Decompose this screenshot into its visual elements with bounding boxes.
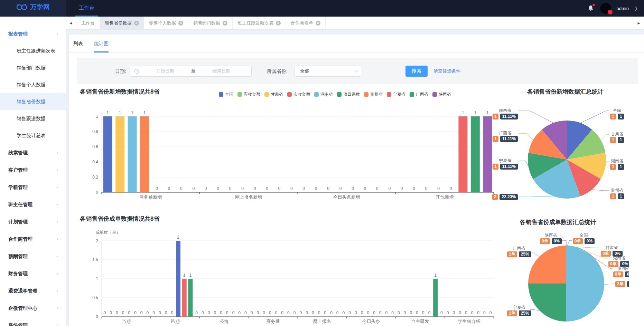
page-tab-0[interactable]: 工作台 [76,17,100,29]
subtab-list[interactable]: 列表 [73,35,83,52]
sidebar-item-5[interactable]: 计划管理› [0,213,66,230]
value-badge: 1 [493,164,498,170]
subtab-chart[interactable]: 统计图 [94,35,109,52]
notification-badge [592,4,595,6]
legend-item-1[interactable]: 应收金额 [237,92,260,97]
legend-swatch [432,92,437,97]
svg-text:2: 2 [96,238,98,243]
notification-bell-icon[interactable] [587,4,595,12]
sidebar-item-4[interactable]: 班主任管理› [0,196,66,213]
value-badge: 1单 [507,310,517,316]
svg-text:成单数（单）: 成单数（单） [95,230,120,235]
legend-item-6[interactable]: 贵州省 [364,92,383,97]
sidebar-subitem-0-4[interactable]: 销售跟进数据 [0,110,66,127]
nav-workbench[interactable]: 工作台 [75,0,98,17]
pie-label-贵州省: 贵州省0单0% [613,266,629,277]
svg-text:1: 1 [131,111,133,115]
svg-text:0: 0 [122,310,124,315]
tabs-scroll-right-icon[interactable]: ▶ [634,17,644,29]
chevron-right-icon: › [57,179,58,196]
page-tab-1[interactable]: 销售省份数据✕ [100,17,144,29]
svg-text:2: 2 [177,235,179,240]
sidebar-subitem-0-1[interactable]: 销售部门数据 [0,59,66,76]
date-range-input[interactable]: 开始日期 至 结束日期 [130,66,252,77]
svg-text:0: 0 [168,186,170,191]
chevron-right-icon: › [57,248,58,265]
date-range-separator: 至 [191,68,196,74]
svg-text:0: 0 [134,310,137,315]
clock-icon [134,69,139,74]
percent-badge: 0% [585,238,595,244]
legend-item-5[interactable]: 项目系数 [337,92,360,97]
view-subtabs: 列表 统计图 [69,35,644,52]
clear-filters-link[interactable]: 清空筛选条件 [433,66,460,77]
svg-text:0: 0 [388,186,391,191]
sidebar-item-7[interactable]: 薪酬管理› [0,248,66,265]
close-icon[interactable]: ✕ [178,21,183,26]
svg-text:0: 0 [140,310,143,315]
legend-swatch [387,92,391,97]
value-badge: 0单 [613,271,623,277]
sidebar-subitem-0-5[interactable]: 学生统计总表 [0,127,66,144]
sidebar-subitem-0-3[interactable]: 销售省份数据 [0,93,66,110]
legend-item-8[interactable]: 广西省 [410,92,428,97]
content-card: 列表 统计图 日期: 开始日期 至 结束日期 所属省份: 全部 搜索 清空筛选条… [69,35,644,326]
close-icon[interactable]: ✕ [134,21,139,26]
user-menu-chevron-icon[interactable]: ❯ [634,6,638,11]
sidebar-item-6[interactable]: 合作商管理› [0,230,66,248]
svg-text:0: 0 [306,310,308,315]
page-tab-2[interactable]: 销售个人数据✕ [144,17,188,29]
pie-label-陕西省: 陕西省0单0% [540,233,562,244]
percent-badge: 11.11% [500,114,518,119]
svg-text:0: 0 [96,190,98,195]
legend-item-2[interactable]: 甘肃省 [264,92,283,97]
sidebar-item-0[interactable]: 报表管理› [0,25,66,42]
pie-chart-new-data: 全国11甘肃省11湖南省11贵州省11陕西省111.11%广西省111.11%宁… [487,102,644,207]
close-icon[interactable]: ✕ [316,21,320,26]
sidebar-item-11[interactable]: 系统管理› [0,317,66,326]
svg-text:0: 0 [459,310,461,315]
sidebar-item-8[interactable]: 财务管理› [0,265,66,282]
avatar[interactable]: + [600,3,611,14]
sidebar-item-3[interactable]: 学籍管理› [0,179,66,196]
tabs-scroll-left-icon[interactable]: ◀ [66,17,76,29]
svg-text:0: 0 [385,310,388,315]
legend-item-9[interactable]: 陕西省 [432,92,451,97]
svg-text:0: 0 [447,310,449,315]
legend-item-7[interactable]: 宁夏省 [387,92,405,97]
page-tab-4[interactable]: 班主任跟进频次表✕ [233,17,286,29]
sidebar-item-9[interactable]: 退费退学管理› [0,282,66,299]
svg-text:0.6: 0.6 [92,144,98,149]
sidebar-subitem-0-0[interactable]: 班主任跟进频次表 [0,42,66,59]
svg-text:0: 0 [152,310,155,315]
svg-text:0: 0 [452,310,455,315]
username[interactable]: admin [617,6,629,11]
svg-text:0: 0 [367,310,369,315]
svg-text:其他新增: 其他新增 [436,194,454,200]
province-select[interactable]: 全部 [295,66,361,77]
filter-panel: 日期: 开始日期 至 结束日期 所属省份: 全部 搜索 清空筛选条件 [77,58,638,84]
legend-swatch [237,92,242,97]
svg-text:自主研发: 自主研发 [411,319,429,324]
legend-item-0[interactable]: 全国 [219,92,233,97]
sidebar-subitem-0-2[interactable]: 销售个人数据 [0,76,66,93]
svg-text:0: 0 [401,186,403,191]
value-badge: 1 [610,164,616,170]
sidebar-item-2[interactable]: 客户管理› [0,161,66,179]
close-icon[interactable]: ✕ [276,21,281,26]
bar-chart-new-data: 00.20.40.60.81商务通新增网上报名新增今日头条新增其他新增10001… [90,104,498,207]
sidebar-item-1[interactable]: 线索管理› [0,144,66,161]
page-tab-3[interactable]: 销售部门数据✕ [188,17,233,29]
svg-text:0: 0 [440,310,443,315]
legend-item-3[interactable]: 实收金额 [287,92,310,97]
search-button[interactable]: 搜索 [405,66,428,77]
pie-label-甘肃省: 甘肃省11 [610,132,624,143]
app-header: 万学网 · · · · · · · · · · 工作台 + admin ❯ [0,0,644,17]
svg-text:0: 0 [293,310,296,315]
close-icon[interactable]: ✕ [223,21,227,26]
sidebar-item-10[interactable]: 企微管理中心› [0,299,66,317]
svg-text:0: 0 [232,310,235,315]
legend-item-4[interactable]: 湖南省 [314,92,333,97]
page-tab-5[interactable]: 合作商名单✕ [286,17,326,29]
svg-text:0: 0 [425,186,428,191]
